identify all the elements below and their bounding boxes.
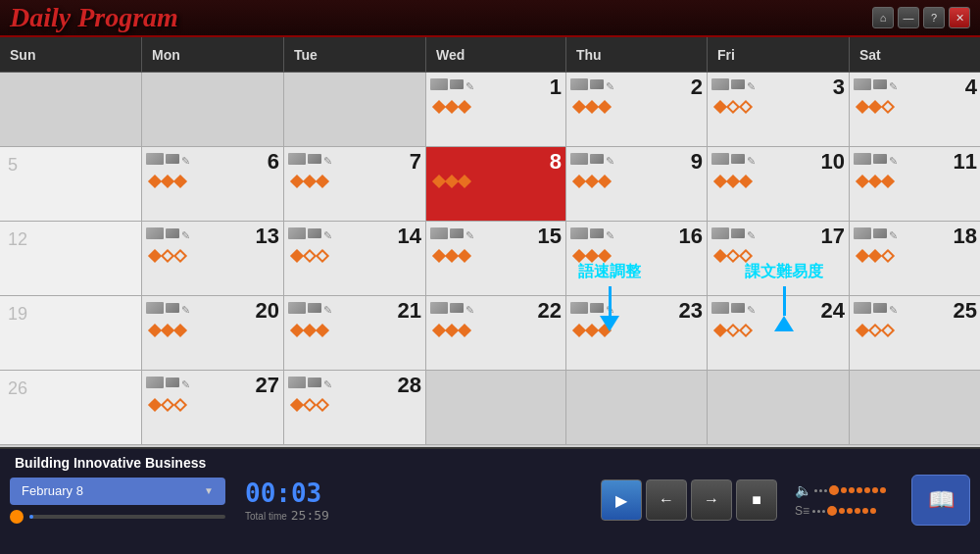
cal-cell[interactable]: ✎15 [426,222,566,296]
vol-d3 [824,489,827,492]
thumbnail-icon [288,153,306,165]
cal-cell[interactable]: ✎2 [566,73,708,147]
cal-cell[interactable]: 5 [0,147,142,222]
cal-cell[interactable] [566,371,708,445]
cal-cell[interactable] [142,73,284,147]
pencil-icon: ✎ [889,229,897,237]
cell-media-icons: ✎ [146,227,189,239]
thumbnail-icon-sm [450,79,464,89]
cal-cell[interactable]: ✎6 [142,147,284,222]
cal-cell[interactable]: 12 [0,222,142,296]
volume-dots[interactable] [814,485,886,495]
total-time-value: 25:59 [291,508,329,523]
cal-cell[interactable]: ✎14 [284,222,426,296]
cal-cell[interactable]: ✎28 [284,371,426,445]
play-button[interactable]: ▶ [601,479,642,521]
thumbnail-icon-sm [450,303,464,313]
cell-media-icons: ✎ [570,78,613,90]
diamond-2 [881,175,895,188]
cal-cell[interactable]: ✎20 [142,296,284,371]
cal-cell[interactable] [708,371,850,445]
difficulty-diamonds [430,249,562,263]
progress-track[interactable] [29,515,225,519]
thumbnail-icon-sm [166,303,179,313]
pencil-icon: ✎ [323,378,331,386]
vol-d10 [880,487,886,493]
cal-cell[interactable]: 8 [426,147,566,222]
difficulty-diamonds [146,398,279,412]
diamond-2 [458,175,471,188]
home-button[interactable]: ⌂ [872,7,894,28]
minimize-button[interactable]: — [898,7,919,28]
cal-cell[interactable]: ✎4 [850,73,980,147]
cal-cell[interactable]: 26 [0,371,142,445]
day-headers: Sun Mon Tue Wed Thu Fri Sat [0,37,980,73]
difficulty-diamonds [570,249,703,263]
diamond-2 [881,324,895,337]
cal-cell[interactable]: ✎10 [708,147,850,222]
cal-cell[interactable]: 19 [0,296,142,371]
thumbnail-icon-sm [590,228,604,238]
progress-fill [29,515,33,519]
difficulty-diamonds [711,175,845,188]
diamond-2 [316,324,329,337]
difficulty-diamonds [430,100,562,114]
cal-cell[interactable] [0,73,142,147]
diamond-2 [739,175,753,188]
stop-button[interactable]: ■ [736,479,777,521]
cell-media-icons: ✎ [288,377,331,388]
cal-cell[interactable]: ✎21 [284,296,426,371]
spd-d8 [862,508,868,514]
cal-cell[interactable]: ✎7 [284,147,426,222]
close-button[interactable]: ✕ [949,7,970,28]
thumbnail-icon-sm [308,378,321,387]
cal-cell[interactable] [284,73,426,147]
dropdown-arrow-icon: ▼ [204,485,214,496]
date-number: 4 [965,76,977,98]
cal-cell[interactable]: ✎9 [566,147,708,222]
thumbnail-icon [430,302,448,314]
date-number: 10 [821,151,845,173]
cal-cell[interactable]: ✎25 [850,296,980,371]
help-button[interactable]: ? [923,7,945,28]
thumbnail-icon-sm [873,303,887,313]
cal-cell[interactable]: ✎13 [142,222,284,296]
cal-cell[interactable]: ✎1 [426,73,566,147]
pencil-icon: ✎ [181,378,189,386]
cell-media-icons: ✎ [430,78,473,90]
cal-cell[interactable] [850,371,980,445]
progress-handle[interactable] [10,510,24,524]
difficulty-diamonds [288,175,421,188]
cell-media-icons: ✎ [430,302,473,314]
calendar-container: Sun Mon Tue Wed Thu Fri Sat ✎1✎2✎3✎45✎6✎… [0,37,980,447]
speed-arrow-line [609,286,612,316]
sunday-date: 12 [4,226,137,250]
cal-cell[interactable]: ✎22 [426,296,566,371]
cell-media-icons: ✎ [288,227,331,239]
spd-handle [827,506,837,516]
calendar-grid: ✎1✎2✎3✎45✎6✎78✎9✎10✎1112✎13✎14✎15✎16✎17✎… [0,73,980,445]
cal-cell[interactable]: ✎18 [850,222,980,296]
thumbnail-icon [146,227,164,239]
date-selector[interactable]: February 8 ▼ [10,478,225,505]
cal-cell[interactable]: ✎27 [142,371,284,445]
diamond-2 [881,249,895,263]
difficulty-diamonds [854,175,977,188]
window-controls: ⌂ — ? ✕ [872,7,970,28]
cal-cell[interactable]: ✎11 [850,147,980,222]
header-sun: Sun [0,37,142,72]
thumbnail-icon-sm [590,154,604,164]
cal-cell[interactable]: ✎3 [708,73,850,147]
prev-button[interactable]: ← [646,479,687,521]
next-button[interactable]: → [691,479,732,521]
diamond-2 [173,249,187,263]
pencil-icon: ✎ [323,229,331,237]
speed-dots[interactable] [812,506,876,516]
difficulty-diamonds [146,249,279,263]
thumbnail-icon [146,302,164,314]
spd-d5 [839,508,845,514]
cal-cell[interactable] [426,371,566,445]
cell-media-icons: ✎ [146,377,189,388]
book-button[interactable]: 📖 [911,475,970,526]
diamond-2 [458,249,471,263]
